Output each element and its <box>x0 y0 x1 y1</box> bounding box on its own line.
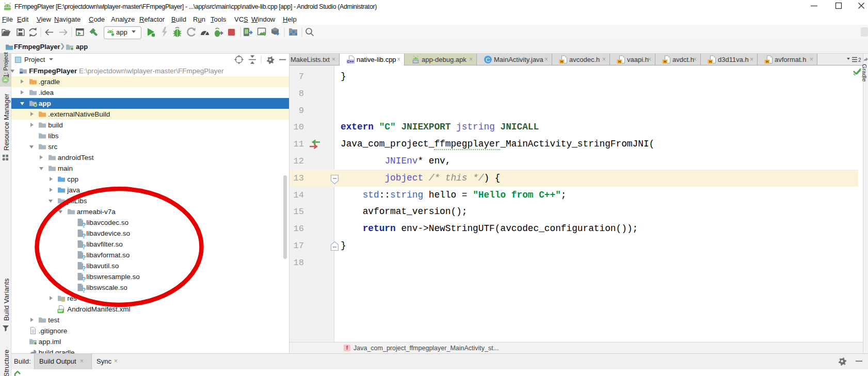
svg-text:H: H <box>664 60 666 63</box>
svg-text:2: 2 <box>858 57 861 63</box>
svg-text:H: H <box>560 60 563 63</box>
svg-text:H: H <box>618 60 621 63</box>
svg-text:C: C <box>486 57 490 63</box>
svg-text:C++: C++ <box>347 60 353 63</box>
svg-text:H: H <box>709 60 712 63</box>
svg-text:H: H <box>766 60 768 63</box>
